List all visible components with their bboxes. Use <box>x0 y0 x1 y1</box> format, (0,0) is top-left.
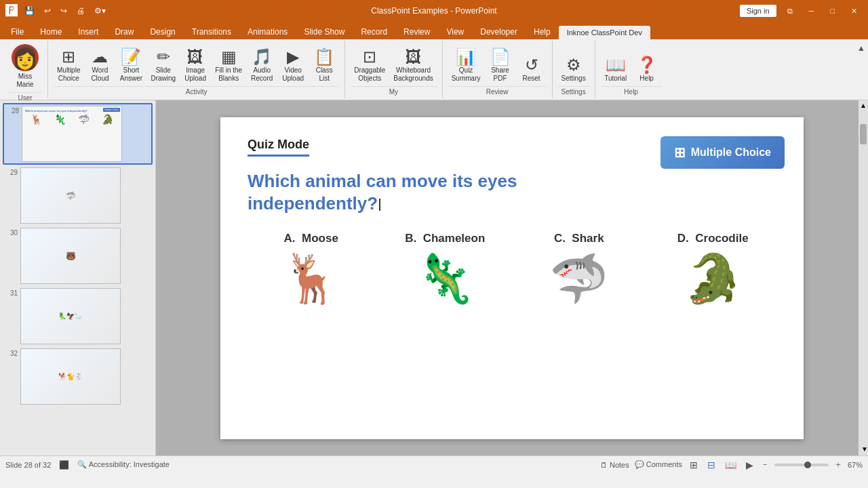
minimize-btn[interactable]: ─ <box>804 5 820 16</box>
ribbon-item-audio-record[interactable]: 🎵 AudioRecord <box>247 47 277 85</box>
accessibility-label[interactable]: 🔍 Accessibility: Investigate <box>77 460 170 469</box>
reading-view-btn[interactable]: 📖 <box>723 458 738 472</box>
scroll-up-btn[interactable]: ▲ <box>859 100 868 110</box>
answer-label-d: D. Crocodile <box>677 232 749 245</box>
ribbon-item-help[interactable]: ❓ Help <box>632 55 662 85</box>
tab-slideshow[interactable]: Slide Show <box>296 24 353 39</box>
ribbon-group-review-label: Review <box>448 86 547 97</box>
ribbon-group-settings: ⚙ Settings Settings <box>553 41 595 98</box>
tab-file[interactable]: File <box>3 24 32 39</box>
ribbon-item-quiz-summary[interactable]: 📊 QuizSummary <box>448 47 484 85</box>
slide-thumb-31[interactable]: 31 🦜🦅🦢 <box>3 287 153 346</box>
fill-blanks-label: Fill in theBlanks <box>215 66 242 83</box>
ribbon-item-short-answer[interactable]: 📝 ShortAnswer <box>116 47 146 85</box>
zoom-slider[interactable] <box>774 464 829 466</box>
scroll-thumb[interactable] <box>860 124 867 144</box>
tab-design[interactable]: Design <box>142 24 183 39</box>
sign-in-button[interactable]: Sign in <box>740 5 776 17</box>
zoom-out-btn[interactable]: － <box>761 459 769 470</box>
class-list-icon: 📋 <box>314 49 334 65</box>
normal-view-btn[interactable]: ⊞ <box>688 458 700 472</box>
ribbon-group-my-items: ⊡ DraggableObjects 🖼 WhiteboardBackgroun… <box>351 42 437 85</box>
ribbon-item-fill-blanks[interactable]: ▦ Fill in theBlanks <box>212 47 245 85</box>
tab-animations[interactable]: Animations <box>239 24 296 39</box>
slide-thumb-32[interactable]: 32 🐕🐈🐇 <box>3 347 153 406</box>
tab-insert[interactable]: Insert <box>70 24 106 39</box>
whiteboard-icon: 🖼 <box>406 49 422 65</box>
slide-num-30: 30 <box>4 228 18 237</box>
comments-btn[interactable]: 💬 Comments <box>635 460 682 469</box>
undo-qat-btn[interactable]: ↩ <box>41 5 54 17</box>
question-text: Which animal can move its eyes independe… <box>248 170 587 216</box>
slide-thumb-29[interactable]: 29 🦈 <box>3 166 153 225</box>
customize-qat-btn[interactable]: ⚙▾ <box>92 5 108 17</box>
print-qat-btn[interactable]: 🖨 <box>74 5 87 17</box>
ribbon-item-user[interactable]: 👩 MissMarie <box>8 42 42 91</box>
ribbon-item-video-upload[interactable]: ▶ VideoUpload <box>278 47 308 85</box>
ribbon-group-user: 👩 MissMarie User <box>3 41 48 98</box>
ribbon-item-image-upload[interactable]: 🖼 ImageUpload <box>180 47 210 85</box>
answer-option-c: C. Shark 🦈 <box>515 232 643 306</box>
slide-sorter-btn[interactable]: ⊟ <box>705 458 717 472</box>
tab-home[interactable]: Home <box>32 24 70 39</box>
text-cursor <box>379 199 380 211</box>
tab-view[interactable]: View <box>438 24 472 39</box>
zoom-in-btn[interactable]: ＋ <box>834 459 842 470</box>
answer-option-a: A. Moose 🦌 <box>248 232 375 306</box>
ribbon-collapse-btn[interactable]: ▲ <box>857 43 865 53</box>
tab-developer[interactable]: Developer <box>472 24 526 39</box>
word-cloud-label: WordCloud <box>91 66 108 83</box>
ribbon-item-word-cloud[interactable]: ☁ WordCloud <box>85 47 115 85</box>
tab-record[interactable]: Record <box>353 24 395 39</box>
image-upload-icon: 🖼 <box>187 49 203 65</box>
multiple-choice-button[interactable]: ⊞ Multiple Choice <box>660 136 785 169</box>
save-qat-btn[interactable]: 💾 <box>22 5 37 17</box>
answer-label-c: C. Shark <box>554 232 604 245</box>
mc-button-icon: ⊞ <box>674 144 686 161</box>
scroll-down-btn[interactable]: ▼ <box>860 444 868 454</box>
whiteboard-label: WhiteboardBackgrounds <box>393 66 433 83</box>
share-pdf-icon: 📄 <box>490 49 511 65</box>
ribbon-item-draggable[interactable]: ⊡ DraggableObjects <box>351 47 389 85</box>
ribbon-group-help-items: 📖 Tutorial ❓ Help <box>601 42 662 85</box>
ribbon-item-reset[interactable]: ↺ Reset <box>517 55 547 85</box>
vertical-scrollbar[interactable]: ▲ ▼ <box>859 100 868 455</box>
close-btn[interactable]: ✕ <box>846 5 863 17</box>
app-icon: 🅿 <box>5 4 18 18</box>
user-avatar-icon: 👩 <box>12 44 39 71</box>
moose-image: 🦌 <box>281 251 340 306</box>
tab-help[interactable]: Help <box>526 24 559 39</box>
redo-qat-btn[interactable]: ↪ <box>58 5 70 17</box>
tutorial-label: Tutorial <box>604 75 627 83</box>
ribbon-item-tutorial[interactable]: 📖 Tutorial <box>601 55 631 85</box>
slideshow-btn[interactable]: ▶ <box>744 458 755 472</box>
ribbon-item-class-list[interactable]: 📋 ClassList <box>309 47 339 85</box>
slide-drawing-label: SlideDrawing <box>151 66 176 83</box>
restore-down-btn[interactable]: ⧉ <box>782 5 798 17</box>
ribbon-item-whiteboard[interactable]: 🖼 WhiteboardBackgrounds <box>390 47 436 85</box>
zoom-level: 67% <box>848 461 863 469</box>
tab-review[interactable]: Review <box>395 24 438 39</box>
ribbon-item-settings[interactable]: ⚙ Settings <box>558 55 589 85</box>
slide29-placeholder: 🦈 <box>21 168 120 223</box>
tab-classpoint[interactable]: Inknoe ClassPoint Dev <box>559 26 650 39</box>
draggable-icon: ⊡ <box>363 49 376 65</box>
ribbon-group-my-label: My <box>351 86 437 97</box>
main-area: 28 Which animal can move its eyes indepe… <box>0 100 868 455</box>
slide-drawing-icon: ✏ <box>157 49 170 65</box>
video-upload-icon: ▶ <box>287 49 299 65</box>
ribbon-item-share-pdf[interactable]: 📄 SharePDF <box>486 47 515 85</box>
quiz-summary-label: QuizSummary <box>452 66 481 83</box>
tab-transitions[interactable]: Transitions <box>184 24 239 39</box>
ribbon-item-slide-drawing[interactable]: ✏ SlideDrawing <box>147 47 179 85</box>
tab-draw[interactable]: Draw <box>106 24 142 39</box>
multiple-choice-icon: ⊞ <box>62 49 75 65</box>
slide-thumb-28[interactable]: 28 Which animal can move its eyes indepe… <box>3 103 153 165</box>
ribbon-item-multiple-choice[interactable]: ⊞ MultipleChoice <box>54 47 83 85</box>
ribbon-group-help-label: Help <box>601 86 662 97</box>
slide-thumb-30[interactable]: 30 🐻 <box>3 226 153 285</box>
notes-btn[interactable]: 🗒 Notes <box>600 461 629 469</box>
video-upload-label: VideoUpload <box>282 66 304 83</box>
maximize-btn[interactable]: □ <box>825 5 840 16</box>
answer-option-b: B. Chameleon 🦎 <box>382 232 509 306</box>
